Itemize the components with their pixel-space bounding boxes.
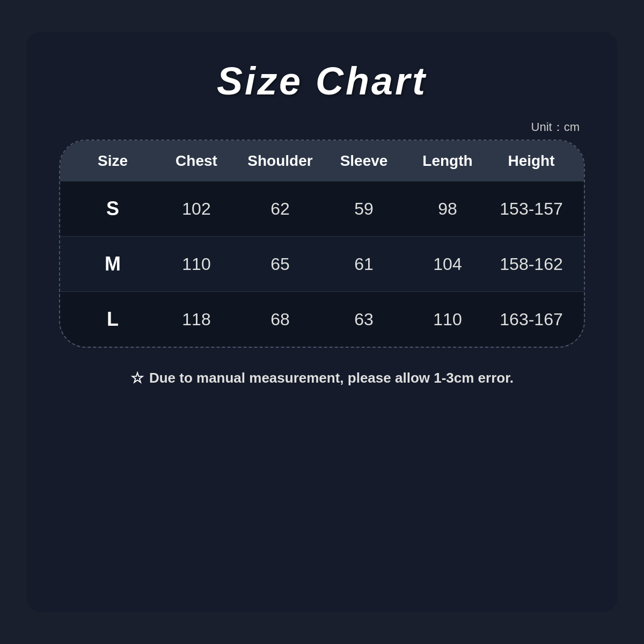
table-header-row: Size Chest Shoulder Sleeve Length Height <box>60 141 584 181</box>
cell-shoulder-m: 65 <box>238 254 322 274</box>
cell-shoulder-l: 68 <box>238 310 322 330</box>
cell-height-l: 163-167 <box>489 310 573 330</box>
cell-sleeve-l: 63 <box>322 310 406 330</box>
header-shoulder: Shoulder <box>238 152 322 170</box>
size-chart-container: Size Chart Unit：cm Size Chest Shoulder S… <box>27 32 617 612</box>
cell-length-s: 98 <box>406 199 489 219</box>
cell-shoulder-s: 62 <box>238 199 322 219</box>
page-title: Size Chart <box>217 59 427 103</box>
unit-label: Unit：cm <box>59 119 585 135</box>
cell-height-s: 153-157 <box>489 199 573 219</box>
cell-sleeve-m: 61 <box>322 254 406 274</box>
header-length: Length <box>406 152 489 170</box>
header-chest: Chest <box>155 152 238 170</box>
cell-sleeve-s: 59 <box>322 199 406 219</box>
cell-height-m: 158-162 <box>489 254 573 274</box>
header-sleeve: Sleeve <box>322 152 406 170</box>
cell-size-s: S <box>71 197 155 220</box>
cell-length-m: 104 <box>406 254 489 274</box>
header-size: Size <box>71 152 155 170</box>
table-body: S 102 62 59 98 153-157 M 110 65 61 104 1… <box>60 181 584 347</box>
size-table: Size Chest Shoulder Sleeve Length Height… <box>59 140 585 348</box>
cell-size-m: M <box>71 253 155 275</box>
star-icon: ☆ <box>130 369 144 387</box>
table-row: L 118 68 63 110 163-167 <box>60 292 584 347</box>
table-row: S 102 62 59 98 153-157 <box>60 181 584 237</box>
header-height: Height <box>489 152 573 170</box>
footer-note: ☆ Due to manual measurement, please allo… <box>130 369 514 387</box>
cell-chest-l: 118 <box>155 310 238 330</box>
cell-chest-s: 102 <box>155 199 238 219</box>
table-row: M 110 65 61 104 158-162 <box>60 237 584 292</box>
cell-length-l: 110 <box>406 310 489 330</box>
cell-chest-m: 110 <box>155 254 238 274</box>
cell-size-l: L <box>71 308 155 331</box>
